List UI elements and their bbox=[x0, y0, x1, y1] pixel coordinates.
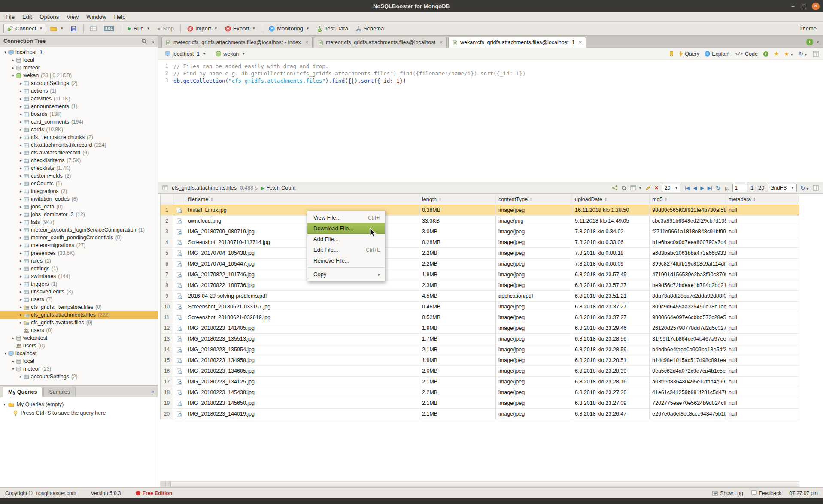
tree-item-meteor[interactable]: ▸meteor bbox=[0, 64, 158, 72]
doc-tab-2[interactable]: meteor:cfs_gridfs.attachments.files@loca… bbox=[314, 37, 447, 48]
context-menu-item-copy[interactable]: Copy▸ bbox=[307, 269, 385, 280]
view-mode-select[interactable]: GridFS ▼ bbox=[768, 184, 797, 192]
tree-item-local[interactable]: ▸local bbox=[0, 357, 158, 365]
tree-item-meteor-migrations[interactable]: ▸meteor-migrations(27) bbox=[0, 241, 158, 249]
tree-collapsed-icon[interactable]: ▸ bbox=[10, 359, 16, 363]
table-row-1[interactable]: 1Install_Linux.jpg0.38MBimage/jpeg16.11.… bbox=[161, 205, 799, 216]
export-button[interactable]: Export ▼ bbox=[222, 24, 259, 33]
tree-item-jobs_dominator_3[interactable]: ▸jobs_dominator_3(12) bbox=[0, 211, 158, 218]
file-preview-icon[interactable] bbox=[173, 280, 185, 290]
tree-expanded-icon[interactable]: ▾ bbox=[3, 402, 6, 407]
panel-toggle-icon[interactable] bbox=[813, 185, 819, 191]
favorite-icon[interactable]: ★ bbox=[774, 51, 779, 57]
sql-query-button[interactable]: SQL bbox=[101, 24, 117, 33]
tree-item-lists[interactable]: ▸lists(947) bbox=[0, 218, 158, 226]
tree-expanded-icon[interactable]: ▾ bbox=[10, 73, 16, 78]
new-tab-button[interactable]: + bbox=[806, 39, 813, 45]
tree-collapsed-icon[interactable]: ▸ bbox=[18, 189, 24, 193]
table-row-4[interactable]: 4Screenshot_20180710-113714.jpg0.28MBima… bbox=[161, 237, 799, 248]
menu-item-window[interactable]: Window bbox=[82, 14, 110, 20]
tree-collapsed-icon[interactable]: ▸ bbox=[18, 174, 24, 178]
tree-expanded-icon[interactable]: ▾ bbox=[10, 367, 16, 371]
tree-item-jobs_data[interactable]: ▸jobs_data(0) bbox=[0, 203, 158, 211]
tree-item-localhost[interactable]: ▾localhost bbox=[0, 350, 158, 357]
tree-collapsed-icon[interactable]: ▸ bbox=[18, 305, 24, 309]
tree-collapsed-icon[interactable]: ▸ bbox=[18, 313, 24, 317]
tree-item-cfs.avatars.filerecord[interactable]: ▸cfs.avatars.filerecord(9) bbox=[0, 149, 158, 157]
tree-item-meteor_accounts_loginServiceConfiguration[interactable]: ▸meteor_accounts_loginServiceConfigurati… bbox=[0, 226, 158, 234]
tree-collapsed-icon[interactable]: ▸ bbox=[18, 259, 24, 263]
header-cell-contentType[interactable]: contentType▲▼ bbox=[496, 194, 572, 205]
table-row-6[interactable]: 6IMG_20170704_105447.jpg2.2MBimage/jpeg7… bbox=[161, 259, 799, 269]
code-button[interactable]: </> Code bbox=[735, 51, 758, 57]
tree-item-cards[interactable]: ▸cards(10.8K) bbox=[0, 126, 158, 133]
connection-selector[interactable]: localhost_1 ▼ bbox=[162, 50, 209, 58]
tree-item-triggers[interactable]: ▸triggers(1) bbox=[0, 280, 158, 288]
prev-page-button[interactable]: ◀ bbox=[693, 185, 697, 191]
tree-item-accountSettings[interactable]: ▸accountSettings(2) bbox=[0, 373, 158, 380]
sort-icon[interactable]: ▲▼ bbox=[530, 197, 532, 202]
tree-collapsed-icon[interactable]: ▸ bbox=[18, 290, 24, 294]
stop-button[interactable]: ■ Stop bbox=[154, 24, 176, 33]
table-row-2[interactable]: 2owncloud.png33.3KBimage/png5.11.2018 kl… bbox=[161, 216, 799, 226]
collapse-all-icon[interactable]: « bbox=[151, 38, 154, 45]
tree-item-presences[interactable]: ▸presences(33.6K) bbox=[0, 249, 158, 257]
header-cell-filename[interactable]: filename▲▼ bbox=[185, 194, 419, 205]
clear-results-icon[interactable]: ✕ bbox=[654, 185, 659, 191]
table-row-3[interactable]: 3IMG_20180709_080719.jpg3.0MBimage/jpeg7… bbox=[161, 226, 799, 237]
context-menu-item-edit-file[interactable]: Edit File...Ctrl+E bbox=[307, 244, 385, 255]
panel-layout-icon[interactable] bbox=[813, 51, 819, 57]
tree-item-local[interactable]: ▸local bbox=[0, 56, 158, 64]
file-preview-icon[interactable] bbox=[173, 248, 185, 258]
file-preview-icon[interactable] bbox=[173, 226, 185, 237]
table-row-12[interactable]: 12IMG_20180223_141405.jpg1.9MBimage/jpeg… bbox=[161, 323, 799, 334]
file-preview-icon[interactable] bbox=[173, 377, 185, 387]
file-preview-icon[interactable] bbox=[173, 334, 185, 344]
header-cell-md5[interactable]: md5▲▼ bbox=[650, 194, 726, 205]
tree-collapsed-icon[interactable]: ▸ bbox=[18, 320, 24, 325]
refresh-icon[interactable]: ↻ bbox=[716, 185, 720, 191]
tree-collapsed-icon[interactable]: ▸ bbox=[18, 166, 24, 170]
sort-icon[interactable]: ▲▼ bbox=[665, 197, 667, 202]
tree-collapsed-icon[interactable]: ▸ bbox=[18, 197, 24, 201]
table-row-15[interactable]: 15IMG_20180223_134958.jpg1.9MBimage/jpeg… bbox=[161, 355, 799, 366]
menu-item-edit[interactable]: Edit bbox=[18, 14, 36, 20]
tree-collapsed-icon[interactable]: ▸ bbox=[18, 205, 24, 209]
header-cell-length[interactable]: length▲▼ bbox=[419, 194, 496, 205]
tree-collapsed-icon[interactable]: ▸ bbox=[18, 135, 24, 139]
tree-collapsed-icon[interactable]: ▸ bbox=[18, 181, 24, 186]
doc-tab-1[interactable]: meteor:cfs_gridfs.attachments.files@loca… bbox=[161, 37, 313, 48]
table-row-5[interactable]: 5IMG_20170704_105438.jpg2.2MBimage/jpeg7… bbox=[161, 248, 799, 259]
header-cell-metadata[interactable]: metadata▲▼ bbox=[726, 194, 799, 205]
table-row-17[interactable]: 17IMG_20180223_134125.jpg2.1MBimage/jpeg… bbox=[161, 377, 799, 387]
table-row-18[interactable]: 18IMG_20180223_145438.jpg2.2MBimage/jpeg… bbox=[161, 387, 799, 398]
show-log-button[interactable]: Show Log bbox=[712, 490, 743, 496]
tree-collapsed-icon[interactable]: ▸ bbox=[18, 151, 24, 155]
tree-expanded-icon[interactable]: ▾ bbox=[3, 50, 8, 54]
last-page-button[interactable]: ▶| bbox=[708, 185, 712, 191]
favorite-menu-icon[interactable]: ★▼ bbox=[784, 51, 794, 57]
tree-collapsed-icon[interactable]: ▸ bbox=[18, 228, 24, 232]
file-preview-icon[interactable] bbox=[173, 344, 185, 355]
code-editor[interactable]: 1// Files can be added easily with drag … bbox=[158, 60, 823, 182]
tree-collapsed-icon[interactable]: ▸ bbox=[18, 104, 24, 109]
file-preview-icon[interactable] bbox=[173, 216, 185, 226]
side-tab-my-queries[interactable]: My Queries bbox=[3, 387, 43, 397]
tree-collapsed-icon[interactable]: ▸ bbox=[18, 143, 24, 147]
scroll-right-button[interactable] bbox=[166, 482, 171, 486]
close-tab-icon[interactable]: × bbox=[440, 39, 443, 45]
tree-collapsed-icon[interactable]: ▸ bbox=[18, 89, 24, 93]
file-preview-icon[interactable] bbox=[173, 355, 185, 365]
bookmark-icon[interactable] bbox=[669, 51, 674, 57]
tree-collapsed-icon[interactable]: ▸ bbox=[18, 282, 24, 286]
tree-item-actions[interactable]: ▸actions(1) bbox=[0, 87, 158, 95]
tree-item-checklists[interactable]: ▸checklists(1.7K) bbox=[0, 164, 158, 172]
test-data-button[interactable]: Test Data bbox=[314, 24, 351, 33]
scroll-left-button[interactable] bbox=[161, 482, 166, 486]
next-page-button[interactable]: ▶ bbox=[700, 185, 704, 191]
tree-item-users[interactable]: users(0) bbox=[0, 342, 158, 350]
tree-item-users[interactable]: ▸users(7) bbox=[0, 296, 158, 303]
tree-item-customFields[interactable]: ▸customFields(2) bbox=[0, 172, 158, 180]
table-row-9[interactable]: 92016-04-29-solving-problems.pdf4.5MBapp… bbox=[161, 291, 799, 302]
tree-item-swimlanes[interactable]: ▸swimlanes(144) bbox=[0, 272, 158, 280]
